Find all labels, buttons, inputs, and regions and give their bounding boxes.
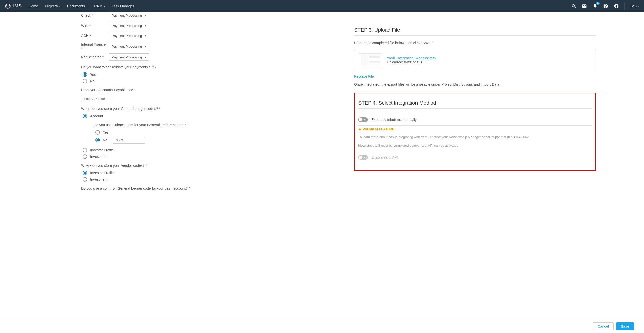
row-label-check: Check *: [81, 13, 109, 17]
notifications[interactable]: 6: [593, 3, 598, 9]
nav-home[interactable]: Home: [29, 4, 38, 8]
logo[interactable]: IMS: [5, 3, 22, 9]
step3-title: STEP 3. Upload File: [354, 27, 596, 33]
toggle-label: Enable Yardi API: [371, 155, 398, 159]
nav-links: Home Projects▾ Documents▾ CRM▾ Task Mana…: [29, 4, 134, 8]
divider: [354, 35, 596, 36]
nav-task-manager[interactable]: Task Manager: [112, 4, 134, 8]
radio-label: Yes: [90, 72, 96, 77]
chevron-down-icon: ▾: [86, 5, 88, 7]
search-icon[interactable]: [571, 4, 576, 9]
chevron-down-icon: ▾: [104, 5, 105, 7]
replace-file-link[interactable]: Replace File: [354, 74, 596, 78]
premium-description: To learn more about easily integrating w…: [358, 135, 592, 140]
nav-divider: [624, 2, 625, 10]
radio-label: Account: [90, 114, 103, 118]
main-content: Check *Payment Processing▼ Wire *Payment…: [0, 12, 644, 209]
left-panel: Check *Payment Processing▼ Wire *Payment…: [5, 12, 346, 209]
step3-after-text: Once integrated, the export files will b…: [354, 82, 596, 86]
chevron-down-icon: ▾: [59, 5, 60, 7]
ap-code-input[interactable]: [81, 95, 113, 102]
notification-badge: 6: [596, 2, 600, 5]
radio-label: No: [103, 138, 107, 142]
step4-title: STEP 4. Select Integration Method: [358, 100, 592, 106]
logo-icon: [5, 3, 11, 9]
row-label-ach: ACH *: [81, 34, 109, 38]
radio-label: Investment: [90, 155, 107, 159]
select-internal[interactable]: Payment Processing▼: [109, 43, 149, 50]
radio-label: Investor Profile: [90, 171, 114, 175]
toggle-off-label: OFF: [363, 119, 367, 121]
nav-projects[interactable]: Projects▾: [45, 4, 61, 8]
toggle-row-manual: OFF Export distributions manually: [358, 114, 592, 125]
row-label-notselected: Not Selected *: [81, 55, 109, 59]
vendor-codes-question: Where do you store your Vendor codes? *: [81, 163, 323, 168]
user-icon[interactable]: [614, 4, 619, 9]
radio-label: Investor Profile: [90, 148, 114, 152]
caret-down-icon: ▼: [144, 34, 147, 37]
radio-label: No: [90, 79, 95, 83]
ap-code-label: Enter your Accounts Payable code: [81, 88, 323, 92]
radio-gl-investment[interactable]: [83, 154, 87, 159]
top-nav: IMS Home Projects▾ Documents▾ CRM▾ Task …: [0, 0, 644, 12]
step4-highlight-box: STEP 4. Select Integration Method OFF Ex…: [354, 92, 596, 171]
caret-down-icon: ▼: [144, 14, 147, 17]
nav-documents[interactable]: Documents▾: [67, 4, 88, 8]
step3-description: Upload the completed file below then cli…: [354, 41, 596, 45]
subaccounts-question: Do you use Subaccounts for your General …: [94, 123, 323, 127]
select-notselected[interactable]: Payment Processing▼: [109, 53, 149, 61]
radio-sub-no[interactable]: [95, 138, 100, 142]
toggle-export-manual[interactable]: OFF: [358, 117, 368, 122]
info-icon[interactable]: ?: [152, 66, 156, 69]
radio-gl-investor-profile[interactable]: [83, 148, 87, 152]
sub-no-value-input[interactable]: [113, 137, 145, 144]
right-panel: STEP 3. Upload File Upload the completed…: [352, 12, 639, 209]
premium-feature-label: PREMIUM FEATURE: [358, 127, 592, 131]
radio-vendor-investor-profile[interactable]: [83, 171, 87, 175]
select-ach[interactable]: Payment Processing▼: [109, 32, 149, 39]
caret-down-icon: ▼: [144, 24, 147, 27]
nav-right: 6 IMS▾: [571, 2, 639, 10]
caret-down-icon: ▼: [144, 56, 147, 59]
toggle-label: Export distributions manually: [371, 118, 417, 122]
nav-crm[interactable]: CRM▾: [94, 4, 105, 8]
radio-consolidate-no[interactable]: [83, 79, 87, 83]
file-name-link[interactable]: Yardi_Integration_Mapping.xlsx: [387, 56, 436, 60]
org-switcher[interactable]: IMS▾: [630, 4, 639, 8]
premium-note: Note steps 1-3 must be completed before …: [358, 143, 592, 148]
file-thumbnail: [359, 53, 382, 67]
toggle-row-api: OFF Enable Yardi API: [358, 152, 592, 163]
chevron-down-icon: ▾: [638, 5, 639, 7]
select-check[interactable]: Payment Processing▼: [109, 12, 149, 19]
select-wire[interactable]: Payment Processing▼: [109, 22, 149, 29]
radio-label: Yes: [103, 130, 109, 134]
consolidate-question: Do you want to consolidate your payments…: [81, 65, 323, 69]
gl-codes-question: Where do you store your General Ledger c…: [81, 107, 323, 111]
radio-consolidate-yes[interactable]: [83, 72, 87, 77]
lock-icon: [358, 127, 361, 131]
row-label-internal: Internal Transfer *: [81, 42, 109, 50]
divider: [358, 108, 592, 109]
radio-gl-account[interactable]: [83, 114, 87, 118]
logo-text: IMS: [13, 3, 22, 9]
toggle-knob: [359, 156, 362, 159]
file-uploaded-date: Uploaded: 04/01/2019: [387, 60, 436, 64]
radio-label: Investment: [90, 177, 107, 181]
upload-box: Yardi_Integration_Mapping.xlsx Uploaded:…: [354, 49, 596, 71]
toggle-yardi-api: OFF: [358, 155, 368, 160]
help-icon[interactable]: [603, 4, 608, 9]
common-gl-question: Do you use a common General Ledger code …: [81, 186, 323, 190]
mail-icon[interactable]: [582, 4, 587, 9]
toggle-off-label: OFF: [363, 157, 367, 158]
caret-down-icon: ▼: [144, 45, 147, 48]
toggle-knob: [359, 118, 362, 121]
row-label-wire: Wire *: [81, 24, 109, 28]
radio-sub-yes[interactable]: [95, 130, 100, 135]
divider: [358, 125, 592, 126]
radio-vendor-investment[interactable]: [83, 177, 87, 182]
